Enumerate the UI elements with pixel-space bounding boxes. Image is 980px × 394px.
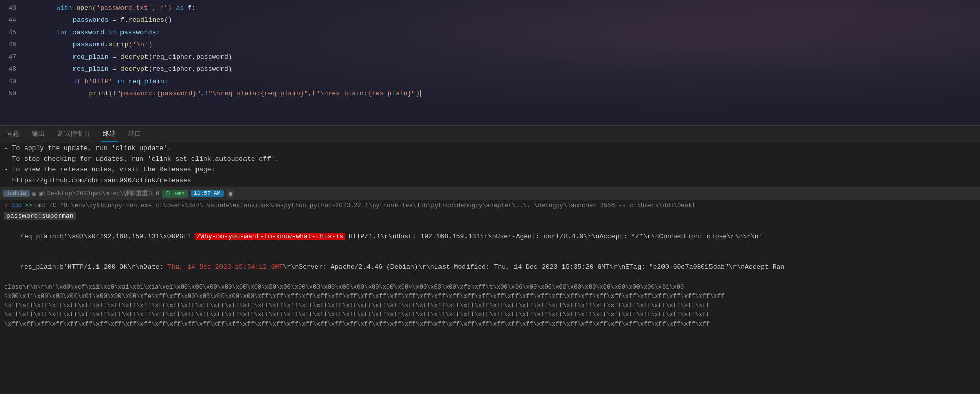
- line-content: print(f"password:{password}",f"\nreq_pla…: [24, 76, 980, 112]
- string: (f"password:{password}",f"\nreq_plain:{r…: [109, 90, 420, 97]
- terminal-line-update3: - To view the release notes, visit the R…: [0, 164, 980, 175]
- tab-output[interactable]: 输出: [30, 126, 47, 142]
- req-plain-suffix: HTTP/1.1\r\nHost: 192.168.159.131\r\nUse…: [345, 233, 763, 240]
- req-plain-line: req_plain:b'\x03\x0f192.168.159.131\x00P…: [0, 221, 980, 252]
- cursor: [420, 90, 421, 97]
- line-number: 47: [0, 51, 24, 63]
- terminal-line-update4: https://github.com/chrisant996/clink/rel…: [0, 175, 980, 186]
- password-value: password:superman: [4, 212, 76, 220]
- hex-line-5: \xff\xff\xff\xff\xff\xff\xff\xff\xff\xff…: [0, 319, 980, 329]
- line-number: 48: [0, 63, 24, 76]
- line-number: 46: [0, 39, 24, 51]
- hex-line-1: close\r\n\r\n'\xd0\xcf\x11\xe0\xa1\xb1\x…: [0, 283, 980, 292]
- res-plain-text: res_plain:b'HTTP/1.1 200 OK\r\nDate: Thu…: [20, 263, 785, 271]
- tab-terminal[interactable]: 终端: [101, 126, 118, 142]
- ddd-prompt-arrow: ⚡: [4, 201, 8, 211]
- password-line: password:superman: [0, 211, 980, 221]
- editor-area: 43 with open('password.txt','r') as f: 4…: [0, 0, 980, 125]
- ddd-prompt-line: ⚡ ddd >> cmd /C "D:\env\python\python.ex…: [0, 200, 980, 211]
- prompt-time-badge: ⏱ 0ms: [162, 190, 187, 198]
- req-plain-prefix: req_plain:b'\x03\x0f192.168.159.131\x00P…: [20, 233, 195, 240]
- line-number: 49: [0, 76, 24, 88]
- panel-tabs: 问题 输出 调试控制台 终端 端口: [0, 125, 980, 143]
- hex-line-4: \xff\xff\xff\xff\xff\xff\xff\xff\xff\xff…: [0, 310, 980, 319]
- arrow-icon: >>: [24, 201, 32, 211]
- req-plain-highlight: /Why-do-you-want-to-know-what-this-is: [195, 233, 345, 240]
- code-content: 43 with open('password.txt','r') as f: 4…: [0, 0, 980, 102]
- line-number: 50: [0, 88, 24, 100]
- line-number: 45: [0, 27, 24, 39]
- function: print: [89, 90, 109, 97]
- terminal-line-update2: - To stop checking for updates, run 'cli…: [0, 154, 980, 164]
- prompt-extra: ▣: [227, 190, 234, 198]
- cmd-line: cmd /C "D:\env\python\python.exe c:\User…: [34, 201, 976, 211]
- line-number: 43: [0, 2, 24, 14]
- terminal-line-update1: - To apply the update, run 'clink update…: [0, 143, 980, 154]
- terminal-prompt-bar: dddk1a ▣ ▣\Desktop\2023qwb\misc\课影重重3.0 …: [0, 187, 980, 200]
- prompt-badge: dddk1a: [3, 190, 30, 197]
- prompt-path: ▣\Desktop\2023qwb\misc\课影重重3.0: [39, 189, 159, 198]
- ddd-prompt-label: ddd: [10, 201, 22, 211]
- prompt-time: 11:57 AM: [191, 190, 224, 197]
- tab-ports[interactable]: 端口: [126, 126, 143, 142]
- terminal-area[interactable]: - To apply the update, run 'clink update…: [0, 143, 980, 394]
- res-plain-line: res_plain:b'HTTP/1.1 200 OK\r\nDate: Thu…: [0, 252, 980, 283]
- tab-debug-console[interactable]: 调试控制台: [55, 126, 92, 142]
- line-number: 44: [0, 14, 24, 27]
- hex-line-3: \xff\xff\xff\xff\xff\xff\xff\xff\xff\xff…: [0, 301, 980, 310]
- hex-line-2: \x00\x11\x00\x00\x00\x01\x00\x00\x00\xfe…: [0, 292, 980, 301]
- tab-problems[interactable]: 问题: [4, 126, 21, 142]
- prompt-path-icon: ▣: [33, 190, 36, 198]
- code-line-50: 50 print(f"password:{password}",f"\nreq_…: [0, 88, 980, 100]
